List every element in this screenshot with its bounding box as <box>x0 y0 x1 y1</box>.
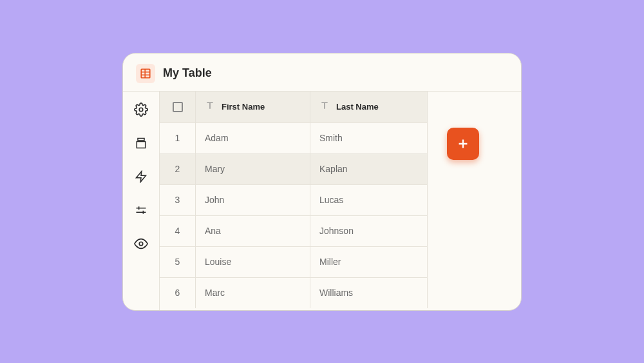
table-row[interactable]: 4AnaJohnson <box>160 215 428 246</box>
sidebar <box>123 91 159 310</box>
row-number-cell: 2 <box>160 154 196 184</box>
text-type-icon <box>205 101 215 113</box>
table-header-row: First Name Last Name <box>160 92 428 123</box>
table-row[interactable]: 3JohnLucas <box>160 184 428 215</box>
row-number-cell: 4 <box>160 216 196 246</box>
cell-first-name[interactable]: Louise <box>196 247 310 277</box>
cell-last-name[interactable]: Johnson <box>310 216 428 246</box>
column-header-last-name[interactable]: Last Name <box>310 92 428 123</box>
svg-rect-5 <box>138 138 144 140</box>
select-all-cell[interactable] <box>160 92 196 123</box>
sidebar-item-automations[interactable] <box>133 169 149 184</box>
cell-first-name[interactable]: Marc <box>196 278 310 308</box>
svg-rect-6 <box>137 141 145 148</box>
svg-point-4 <box>139 108 143 112</box>
gear-icon <box>134 103 148 117</box>
svg-point-12 <box>139 242 143 246</box>
row-number-cell: 1 <box>160 123 196 153</box>
table-row[interactable]: 5LouiseMiller <box>160 246 428 277</box>
svg-marker-7 <box>137 171 146 182</box>
bolt-icon <box>135 170 147 183</box>
plus-icon <box>456 137 470 151</box>
sidebar-item-settings[interactable] <box>133 102 149 117</box>
sidebar-item-archive[interactable] <box>133 135 149 151</box>
cell-last-name[interactable]: Smith <box>310 123 428 153</box>
eye-icon <box>134 237 148 251</box>
page-title: My Table <box>163 66 212 80</box>
row-number-cell: 5 <box>160 247 196 277</box>
cell-first-name[interactable]: John <box>196 185 310 215</box>
text-type-icon <box>319 101 330 113</box>
data-table: First Name Last Name 1AdamSmith2MaryKapl… <box>160 92 428 310</box>
table-area: First Name Last Name 1AdamSmith2MaryKapl… <box>159 91 521 310</box>
column-header-first-name[interactable]: First Name <box>196 92 310 123</box>
body: First Name Last Name 1AdamSmith2MaryKapl… <box>123 91 521 310</box>
row-number-cell: 6 <box>160 278 196 308</box>
sidebar-item-visibility[interactable] <box>133 236 149 251</box>
table-window: My Table <box>122 53 522 311</box>
table-row[interactable]: 6MarcWilliams <box>160 277 428 308</box>
right-pane <box>428 92 521 310</box>
titlebar: My Table <box>123 54 521 91</box>
sidebar-item-filters[interactable] <box>133 202 149 218</box>
cell-first-name[interactable]: Adam <box>196 123 310 153</box>
table-row[interactable]: 1AdamSmith <box>160 123 428 153</box>
column-header-label: First Name <box>222 102 265 112</box>
row-number-cell: 3 <box>160 185 196 215</box>
checkbox-icon <box>173 102 183 112</box>
sliders-icon <box>135 204 147 217</box>
cell-first-name[interactable]: Ana <box>196 216 310 246</box>
cell-last-name[interactable]: Lucas <box>310 185 428 215</box>
column-header-label: Last Name <box>336 102 379 112</box>
table-icon <box>136 64 155 83</box>
cell-last-name[interactable]: Williams <box>310 278 428 308</box>
cell-last-name[interactable]: Miller <box>310 247 428 277</box>
add-button[interactable] <box>447 128 479 160</box>
cell-last-name[interactable]: Kaplan <box>310 154 428 184</box>
archive-icon <box>135 137 147 150</box>
table-row[interactable]: 2MaryKaplan <box>160 153 428 184</box>
cell-first-name[interactable]: Mary <box>196 154 310 184</box>
